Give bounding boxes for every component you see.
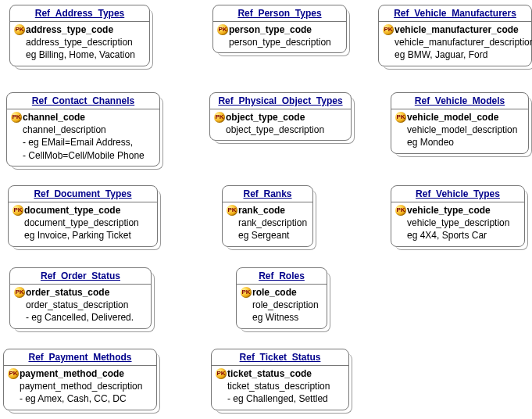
- attribute-text: channel_description: [23, 124, 106, 136]
- attribute-text: eg 4X4, Sports Car: [407, 229, 487, 242]
- entity-ref-address-types: Ref_Address_TypesPKaddress_type_codeaddr…: [9, 5, 150, 66]
- attribute-row: person_type_description: [216, 36, 338, 48]
- entity-body: PKdocument_type_codedocument_type_descri…: [9, 202, 157, 246]
- entity-ref-document-types: Ref_Document_TypesPKdocument_type_codedo…: [8, 185, 158, 247]
- attribute-row: PKticket_status_code: [215, 367, 341, 380]
- primary-key-icon: PK: [11, 112, 22, 123]
- entity-ref-person-types: Ref_Person_TypesPKperson_type_codeperson…: [212, 5, 347, 53]
- attribute-row: - eg Cancelled, Delivered.: [13, 311, 143, 324]
- primary-key-icon: PK: [241, 287, 252, 298]
- attribute-row: - eg Challenged, Settled: [215, 392, 341, 405]
- entity-title: Ref_Roles: [237, 268, 327, 285]
- primary-key-icon: PK: [395, 205, 406, 216]
- attribute-text: eg Invoice, Parking Ticket: [24, 229, 131, 242]
- attribute-text: ticket_status_description: [227, 380, 330, 392]
- primary-key-icon: PK: [227, 205, 237, 216]
- primary-key-icon: PK: [395, 112, 406, 123]
- attribute-text: - CellMob=Cell/Mobile Phone: [23, 149, 145, 162]
- attribute-row: vehicle_manufacturer_description: [382, 36, 523, 48]
- primary-key-icon: PK: [383, 24, 394, 35]
- attribute-text: vehicle_type_code: [407, 204, 491, 217]
- entity-body: PKpayment_method_codepayment_method_desc…: [4, 366, 156, 410]
- attribute-row: eg Sergeant: [226, 229, 305, 242]
- entity-body: PKvehicle_type_codevehicle_type_descript…: [391, 202, 524, 246]
- entity-title: Ref_Address_Types: [10, 5, 149, 22]
- entity-body: PKobject_type_codeobject_type_descriptio…: [210, 109, 351, 140]
- attribute-text: vehicle_manufacturer_description: [395, 36, 532, 48]
- pk-indicator-slot: PK: [395, 205, 407, 216]
- attribute-text: vehicle_manufacturer_code: [395, 23, 519, 36]
- attribute-row: eg Invoice, Parking Ticket: [12, 229, 149, 242]
- attribute-row: PKrole_code: [240, 286, 319, 299]
- entity-ref-physical-object-types: Ref_Physical_Object_TypesPKobject_type_c…: [209, 92, 352, 141]
- entity-ref-vehicle-manufacturers: Ref_Vehicle_ManufacturersPKvehicle_manuf…: [378, 5, 532, 66]
- entity-body: PKchannel_codechannel_description- eg EM…: [7, 109, 159, 166]
- entity-ref-vehicle-types: Ref_Vehicle_TypesPKvehicle_type_codevehi…: [391, 185, 525, 247]
- attribute-row: PKvehicle_model_code: [395, 111, 520, 124]
- pk-indicator-slot: PK: [213, 112, 226, 123]
- primary-key-icon: PK: [14, 24, 25, 35]
- attribute-row: vehicle_model_description: [395, 124, 520, 136]
- attribute-row: PKpayment_method_code: [7, 367, 148, 380]
- attribute-text: order_status_code: [26, 286, 109, 299]
- attribute-text: rank_description: [238, 217, 307, 229]
- attribute-row: eg BMW, Jaguar, Ford: [382, 48, 523, 61]
- entity-title: Ref_Physical_Object_Types: [210, 93, 351, 109]
- attribute-row: address_type_description: [13, 36, 141, 48]
- entity-ref-ranks: Ref_RanksPKrank_coderank_descriptioneg S…: [222, 185, 313, 247]
- primary-key-icon: PK: [14, 287, 25, 298]
- attribute-text: address_type_code: [26, 23, 113, 36]
- entity-title: Ref_Ranks: [223, 186, 312, 202]
- entity-title: Ref_Payment_Methods: [4, 349, 156, 366]
- attribute-row: PKvehicle_type_code: [395, 204, 516, 217]
- entity-title: Ref_Vehicle_Types: [391, 186, 524, 202]
- entity-title: Ref_Document_Types: [9, 186, 157, 202]
- entity-ref-ticket-status: Ref_Ticket_StatusPKticket_status_codetic…: [211, 349, 349, 410]
- pk-indicator-slot: PK: [395, 112, 407, 123]
- pk-indicator-slot: PK: [12, 205, 24, 216]
- attribute-row: order_status_description: [13, 299, 143, 311]
- entity-ref-order-status: Ref_Order_StatusPKorder_status_codeorder…: [9, 267, 152, 329]
- attribute-text: document_type_description: [24, 217, 139, 229]
- attribute-text: eg Sergeant: [238, 229, 289, 242]
- attribute-text: order_status_description: [26, 299, 128, 311]
- attribute-row: role_description: [240, 299, 319, 311]
- entity-body: PKticket_status_codeticket_status_descri…: [212, 366, 348, 410]
- primary-key-icon: PK: [12, 205, 23, 216]
- attribute-text: - eg Cancelled, Delivered.: [26, 311, 134, 324]
- attribute-row: ticket_status_description: [215, 380, 341, 392]
- attribute-row: PKchannel_code: [10, 111, 152, 124]
- entity-ref-vehicle-models: Ref_Vehicle_ModelsPKvehicle_model_codeve…: [391, 92, 529, 154]
- attribute-text: rank_code: [238, 204, 285, 217]
- attribute-text: document_type_code: [24, 204, 120, 217]
- attribute-row: object_type_description: [213, 124, 343, 136]
- attribute-text: - eg Amex, Cash, CC, DC: [20, 392, 127, 405]
- attribute-text: object_type_description: [226, 124, 324, 136]
- attribute-text: - eg Challenged, Settled: [227, 392, 328, 405]
- attribute-row: PKperson_type_code: [216, 23, 338, 36]
- attribute-text: object_type_code: [226, 111, 305, 124]
- attribute-row: PKdocument_type_code: [12, 204, 149, 217]
- attribute-row: - eg Amex, Cash, CC, DC: [7, 392, 148, 405]
- pk-indicator-slot: PK: [13, 24, 26, 35]
- attribute-text: eg Witness: [252, 311, 298, 324]
- attribute-text: eg BMW, Jaguar, Ford: [395, 48, 487, 61]
- primary-key-icon: PK: [214, 112, 225, 123]
- attribute-row: PKobject_type_code: [213, 111, 343, 124]
- pk-indicator-slot: PK: [240, 287, 252, 298]
- attribute-row: eg Witness: [240, 311, 319, 324]
- attribute-row: PKrank_code: [226, 204, 305, 217]
- primary-key-icon: PK: [217, 24, 228, 35]
- pk-indicator-slot: PK: [7, 368, 20, 379]
- attribute-row: eg Billing, Home, Vacation: [13, 48, 141, 61]
- attribute-row: eg 4X4, Sports Car: [395, 229, 516, 242]
- attribute-row: PKaddress_type_code: [13, 23, 141, 36]
- pk-indicator-slot: PK: [382, 24, 395, 35]
- attribute-row: document_type_description: [12, 217, 149, 229]
- pk-indicator-slot: PK: [226, 205, 238, 216]
- attribute-text: payment_method_description: [20, 380, 142, 392]
- primary-key-icon: PK: [216, 368, 227, 379]
- attribute-row: - CellMob=Cell/Mobile Phone: [10, 149, 152, 162]
- entity-body: PKrank_coderank_descriptioneg Sergeant: [223, 202, 312, 246]
- entity-ref-payment-methods: Ref_Payment_MethodsPKpayment_method_code…: [3, 349, 157, 410]
